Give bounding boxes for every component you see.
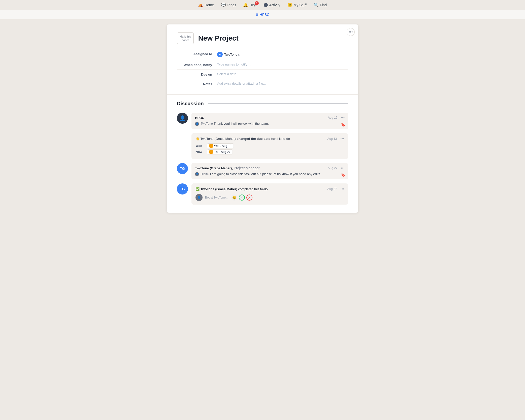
project-name: HPBC: [260, 13, 270, 17]
comment-date: Aug 12: [328, 116, 337, 119]
options-icon: •••: [349, 30, 353, 34]
comment-meta: TwoTone (Grace Maher), Project Manager A…: [195, 166, 345, 170]
list-item: TG TwoTone (Grace Maher), Project Manage…: [177, 163, 348, 180]
notify-row: When done, notify Type names to notify…: [177, 60, 348, 70]
avatar: TG: [177, 183, 188, 195]
completed-header: ✅ TwoTone (Grace Maher) completed this t…: [195, 187, 344, 191]
system-options-button[interactable]: •••: [340, 137, 344, 141]
hey-icon: 🔔: [243, 3, 248, 7]
discussion-divider: [208, 104, 348, 104]
notes-row: Notes Add extra details or attach a file…: [177, 79, 348, 88]
assigned-to-label: Assigned to: [177, 52, 217, 56]
avatar-initials: TG: [180, 167, 185, 171]
completed-emoji: ✅: [195, 187, 200, 191]
options-button[interactable]: •••: [347, 28, 355, 36]
comment-body-2: I am going to close this task out but pl…: [210, 172, 320, 176]
comment-text: 👤 TwoTone Thank you! I will review with …: [195, 121, 345, 126]
nav-mystuff[interactable]: 😐 My Stuff: [287, 3, 307, 7]
boost-bar: 👤 Boost TwoTone… 😊 ✓ ✕: [195, 194, 344, 201]
assignee-name: TwoTone (.: [224, 53, 240, 56]
boost-avatar-icon: 👤: [197, 196, 201, 199]
comment-date-2: Aug 27: [328, 166, 337, 170]
avatar: 👤: [177, 113, 188, 124]
due-on-value[interactable]: Select a date…: [217, 72, 348, 76]
boost-emoji-button[interactable]: 😊: [231, 195, 237, 201]
mention-name-2: HPBC: [201, 172, 209, 176]
boost-confirm-button[interactable]: ✓: [239, 195, 245, 201]
avatar: TG: [177, 163, 188, 174]
find-icon: 🔍: [314, 3, 319, 7]
system-actor: TwoTone (Grace Maher): [200, 137, 237, 141]
due-on-placeholder: Select a date…: [217, 72, 240, 76]
comment-options-button-2[interactable]: •••: [341, 166, 345, 170]
todo-header: Mark this done! New Project: [167, 24, 358, 49]
mystuff-icon: 😐: [287, 3, 292, 7]
calendar-icon-2: [209, 150, 213, 154]
comment-author: HPBC: [195, 116, 204, 120]
project-breadcrumb-bar: ⊞ HPBC: [0, 10, 525, 19]
project-grid-icon: ⊞: [256, 13, 258, 16]
comment-author: TwoTone (Grace Maher),: [195, 166, 233, 170]
pings-icon: 💬: [221, 3, 226, 7]
comment-meta: HPBC Aug 12 •••: [195, 116, 345, 120]
discussion-section: Discussion 👤 HPBC Aug 12 •••: [167, 95, 358, 213]
todo-card: ••• Mark this done! New Project Assigned…: [167, 24, 358, 213]
nav-find-label: Find: [320, 3, 327, 7]
mention-avatar-2: 👤: [195, 172, 199, 176]
reaction-button-2[interactable]: 🔖: [341, 173, 345, 177]
notes-label: Notes: [177, 82, 217, 86]
date-now-row: Now Thu, Aug 27: [195, 149, 344, 154]
assigned-to-row: Assigned to A TwoTone (.: [177, 49, 348, 60]
system-event-header: 👋 TwoTone (Grace Maher) changed the due …: [195, 137, 344, 141]
date-now-value: Thu, Aug 27: [207, 149, 233, 154]
notify-value[interactable]: Type names to notify…: [217, 62, 348, 66]
date-was-label: Was: [195, 144, 205, 148]
discussion-title: Discussion: [177, 101, 204, 107]
home-icon: ⛺: [198, 3, 203, 7]
system-event-emoji: 👋: [195, 137, 200, 141]
due-on-label: Due on: [177, 72, 217, 76]
calendar-icon: [209, 144, 213, 148]
list-item: 👤 HPBC Aug 12 ••• 👤 TwoTone: [177, 113, 348, 129]
reaction-button[interactable]: 🔖: [341, 123, 345, 127]
mention-avatar: 👤: [195, 122, 199, 126]
comment-bubble: HPBC Aug 12 ••• 👤 TwoTone Thank you! I w…: [191, 113, 348, 129]
mark-done-line2: done!: [182, 39, 189, 42]
notify-label: When done, notify: [177, 62, 217, 67]
completed-options-button[interactable]: •••: [340, 187, 344, 191]
main-wrapper: ••• Mark this done! New Project Assigned…: [0, 19, 525, 223]
todo-fields: Assigned to A TwoTone (. When done, noti…: [167, 49, 358, 95]
system-action-bold: changed the due date for: [237, 137, 276, 141]
mark-done-button[interactable]: Mark this done!: [177, 33, 194, 44]
due-on-row: Due on Select a date…: [177, 70, 348, 79]
assignee-avatar: A: [217, 52, 223, 57]
nav-pings[interactable]: 💬 Pings: [221, 3, 236, 7]
nav-activity[interactable]: Activity: [264, 3, 280, 7]
completed-action: completed this to-do: [238, 187, 268, 191]
boost-cancel-button[interactable]: ✕: [246, 195, 252, 201]
notes-value[interactable]: Add extra details or attach a file…: [217, 82, 348, 85]
comment-role: Project Manager: [234, 166, 260, 170]
nav-hey[interactable]: 🔔 Hey! 1: [243, 3, 257, 7]
nav-home[interactable]: ⛺ Home: [198, 3, 214, 7]
comment-body: Thank you! I will review with the team.: [214, 122, 269, 125]
project-link[interactable]: ⊞ HPBC: [256, 13, 270, 17]
todo-title: New Project: [198, 34, 239, 42]
avatar-icon: 👤: [179, 115, 186, 121]
notes-placeholder: Add extra details or attach a file…: [217, 82, 266, 85]
boost-actions: 😊 ✓ ✕: [231, 195, 252, 201]
top-navigation: ⛺ Home 💬 Pings 🔔 Hey! 1 Activity 😐 My St…: [0, 0, 525, 10]
date-now-label: Now: [195, 150, 205, 154]
boost-input[interactable]: Boost TwoTone…: [205, 196, 229, 199]
comment-options-button[interactable]: •••: [341, 116, 345, 120]
hey-badge: 1: [255, 1, 259, 5]
completed-text: ✅ TwoTone (Grace Maher) completed this t…: [195, 187, 268, 191]
nav-find[interactable]: 🔍 Find: [314, 3, 327, 7]
nav-pings-label: Pings: [227, 3, 236, 7]
list-item: 👋 TwoTone (Grace Maher) changed the due …: [191, 133, 348, 159]
date-was-value: Wed, Aug 12: [207, 143, 234, 148]
date-now-text: Thu, Aug 27: [214, 150, 231, 154]
nav-mystuff-label: My Stuff: [294, 3, 307, 7]
assigned-to-value[interactable]: A TwoTone (.: [217, 52, 348, 57]
notify-placeholder: Type names to notify…: [217, 62, 251, 66]
